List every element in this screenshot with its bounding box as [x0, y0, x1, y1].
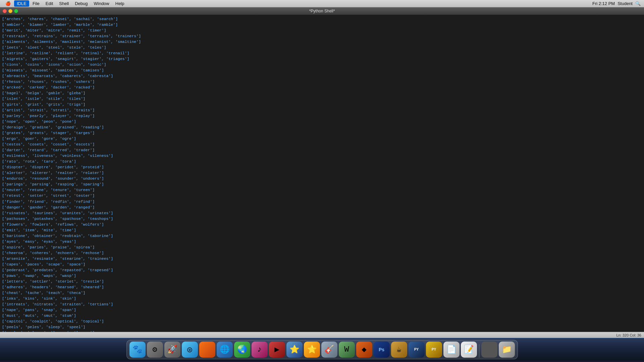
- dock-item-mindmap[interactable]: ◆: [356, 342, 372, 358]
- dock-item-preview[interactable]: 📄: [443, 342, 460, 358]
- dock-item-maps[interactable]: 🌏: [234, 342, 250, 358]
- dock-item-dvd[interactable]: ▶: [269, 342, 285, 358]
- dock-item-system-preferences[interactable]: ⚙: [147, 342, 163, 358]
- zoom-button[interactable]: [14, 9, 18, 13]
- menu-shell[interactable]: Shell: [56, 0, 71, 7]
- menu-search-icon[interactable]: 🔍: [635, 1, 641, 6]
- close-button[interactable]: [3, 9, 7, 13]
- dock-item-network[interactable]: 🌐: [217, 342, 233, 358]
- window-title: *Python Shell*: [309, 9, 335, 13]
- dock-item-finder[interactable]: 🐾: [129, 342, 146, 358]
- dock-item-trash[interactable]: 📁: [499, 342, 515, 358]
- dock-item-guitar[interactable]: 🎸: [321, 342, 337, 358]
- menu-edit[interactable]: Edit: [43, 0, 56, 7]
- dock-item-python[interactable]: PY: [409, 342, 425, 358]
- cursor-position: Ln: 320 Col: 36: [616, 333, 641, 337]
- dock-item-safari[interactable]: ◎: [182, 342, 198, 358]
- menu-idle[interactable]: IDLE: [14, 0, 29, 7]
- menu-help[interactable]: Help: [113, 0, 127, 7]
- dock-item-rocket[interactable]: 🚀: [164, 342, 180, 358]
- dock-item-garageband[interactable]: ⭐: [304, 342, 320, 358]
- dock-item-iphoto[interactable]: ⭐: [286, 342, 303, 358]
- minimize-button[interactable]: [8, 9, 12, 13]
- dock-separator: [479, 344, 479, 358]
- menubar: 🍎 IDLE File Edit Shell Debug Window Help…: [0, 0, 644, 7]
- menu-file[interactable]: File: [30, 0, 42, 7]
- dock-item-coffee[interactable]: ☕: [391, 342, 407, 358]
- window-titlebar: *Python Shell*: [0, 7, 644, 15]
- menu-user: Student: [618, 1, 633, 6]
- dock-item-python2[interactable]: PY: [426, 342, 442, 358]
- dock-item-photoshop[interactable]: Ps: [374, 342, 390, 358]
- dock-item-firefox[interactable]: [199, 342, 215, 358]
- dock-container: 🐾⚙🚀◎🌐🌏♪▶⭐⭐🎸W◆Ps☕PYPY📄📝📁: [0, 338, 644, 361]
- dock-item-itunes[interactable]: ♪: [252, 342, 268, 358]
- shell-output[interactable]: ['arches', 'chares', 'chasei', 'sachai',…: [0, 15, 644, 332]
- menu-window[interactable]: Window: [91, 0, 112, 7]
- dock: 🐾⚙🚀◎🌐🌏♪▶⭐⭐🎸W◆Ps☕PYPY📄📝📁: [126, 340, 518, 359]
- status-bar: Ln: 320 Col: 36: [0, 332, 644, 338]
- menu-clock: Fri 2:12 PM: [592, 1, 615, 6]
- dock-item-finder2[interactable]: [481, 342, 497, 358]
- menu-debug[interactable]: Debug: [72, 0, 90, 7]
- dock-item-draw[interactable]: W: [339, 342, 355, 358]
- apple-menu[interactable]: 🍎: [3, 0, 13, 7]
- dock-item-textedit[interactable]: 📝: [461, 342, 477, 358]
